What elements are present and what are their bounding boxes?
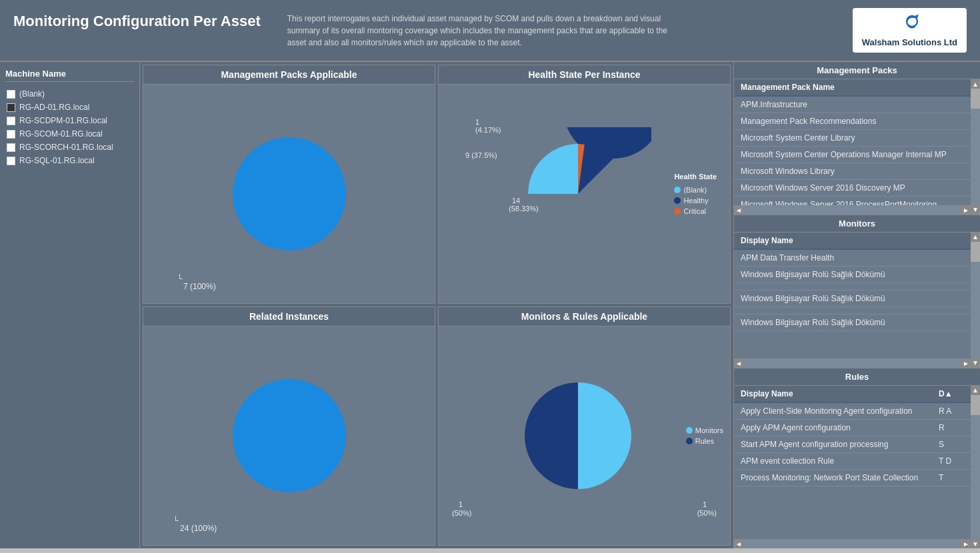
mp-h-scroll-right[interactable]: ► [961,205,971,215]
table-cell: APM event collection Rule [738,455,936,467]
rules-scroll-down[interactable]: ▼ [971,539,980,548]
panel-health-state-title: Health State Per Instance [439,65,730,85]
right-panel-mp-title: Management Packs [734,62,980,79]
rules-scrollbar[interactable]: ▲ ▼ [971,386,980,548]
table-row: Microsoft System Center Library [734,130,980,147]
panel-management-packs-title: Management Packs Applicable [143,65,435,85]
sidebar-item-label: RG-SCDPM-01.RG.local [19,116,107,125]
sidebar-checkbox[interactable] [7,90,15,99]
mp-table-header: Management Pack Name [734,79,980,97]
table-cell-2: R A [936,405,976,417]
rules-col-name: Display Name [738,388,936,400]
rules-h-scrollbar[interactable]: ◄ ► [734,539,971,548]
table-row: Microsoft System Center Operations Manag… [734,147,980,163]
table-cell-2: R [936,422,976,434]
table-cell: Microsoft Windows Server 2016 Discovery … [738,182,976,194]
table-row: Management Pack Recommendations [734,113,980,130]
rules-h-scroll-right[interactable]: ► [961,540,971,549]
legend-rules-dot [686,438,693,444]
rules-scroll-thumb[interactable] [971,395,980,415]
mp-scroll-track [971,89,980,205]
logo-box: Walsham Solutions Ltd [853,8,967,53]
sidebar-checkbox[interactable] [7,143,15,152]
panel-monitors-rules: Monitors & Rules Applicable 1 (50%) 1 (5… [438,306,731,546]
panel-monitors-rules-body: 1 (50%) 1 (50%) Monitors Rules [439,326,730,545]
panel-monitors-rules-title: Monitors & Rules Applicable [439,307,730,326]
monitors-h-scroll-right[interactable]: ► [961,358,971,368]
table-cell: Management Pack Recommendations [738,115,976,127]
rules-table-header: Display Name D▲ [734,386,980,403]
rules-scroll-up[interactable]: ▲ [971,386,980,395]
rules-h-scroll-left[interactable]: ◄ [734,540,743,549]
mp-scroll-down[interactable]: ▼ [971,205,980,215]
rules-table: Display Name D▲ Apply Client-Side Monito… [734,386,980,548]
panel-health-state: Health State Per Instance [438,65,731,304]
monitors-scroll-thumb[interactable] [971,242,980,262]
table-row: Windows Bilgisayar Rolü Sağlık Dökümü [734,290,980,307]
legend-healthy-dot [674,197,681,204]
rules-col2: D▲ [936,388,976,400]
monitors-table-rows: APM Data Transfer HealthWindows Bilgisay… [734,250,980,331]
sidebar-item-label: RG-SQL-01.RG.local [19,156,95,165]
sidebar-checkbox[interactable] [7,117,15,125]
legend-monitors: Monitors [686,426,723,434]
table-row: Start APM Agent configuration processing… [734,436,980,453]
sidebar-checkbox[interactable] [7,130,15,139]
sidebar-item[interactable]: (Blank) [5,87,134,101]
sidebar-item[interactable]: RG-SCOM-01.RG.local [5,127,134,141]
health-state-chart [518,127,651,261]
table-cell [738,309,976,312]
svg-point-2 [233,379,346,492]
legend-rules-label: Rules [695,437,714,445]
monitors-h-scrollbar[interactable]: ◄ ► [734,358,971,368]
mp-h-scroll-left[interactable]: ◄ [734,205,743,215]
main-content: Machine Name (Blank)RG-AD-01.RG.localRG-… [0,62,980,548]
panel-related-instances-title: Related Instances [143,307,435,326]
mp-h-scroll-track [743,205,961,215]
table-cell: APM Data Transfer Health [738,252,976,264]
table-cell: Apply Client-Side Monitoring Agent confi… [738,405,936,417]
table-cell: Apply APM Agent configuration [738,422,936,434]
legend-blank-dot [674,187,681,193]
right-panel-rules-title: Rules [734,368,980,386]
health-critical-pct: (4.17%) [475,126,501,134]
right-panel-rules: Rules Display Name D▲ Apply Client-Side … [734,368,980,548]
table-cell: Microsoft System Center Operations Manag… [738,149,976,161]
mp-scroll-up[interactable]: ▲ [971,79,980,89]
monitors-pct: (50%) [452,509,471,517]
mp-col-name: Management Pack Name [738,81,976,93]
mp-scrollbar[interactable]: ▲ ▼ [971,79,980,215]
sidebar-item-label: RG-AD-01.RG.local [19,103,89,112]
legend-critical-label: Critical [683,207,706,215]
sidebar-item-label: RG-SCOM-01.RG.local [19,129,103,139]
sidebar-item[interactable]: RG-AD-01.RG.local [5,101,134,114]
sidebar-item[interactable]: RG-SCORCH-01.RG.local [5,141,134,154]
rules-pct: (50%) [697,509,717,517]
legend-rules: Rules [686,437,723,445]
panel-health-state-body: 9 (37.5%) 1 (4.17%) 14 (58.33%) Health S… [439,85,730,303]
mp-scroll-thumb[interactable] [971,89,980,109]
right-panel-monitors-body: Display Name APM Data Transfer HealthWin… [734,233,980,368]
table-cell [738,285,976,288]
sidebar-checkbox[interactable] [7,157,15,165]
header-description: This report interrogates each individual… [287,13,687,49]
sidebar-checkbox[interactable] [7,103,15,112]
rules-label: 1 [703,500,707,508]
rules-scroll-track [971,395,980,539]
table-cell: Process Monitoring: Network Port State C… [738,472,936,484]
legend-healthy-label: Healthy [683,197,708,205]
monitors-col-name: Display Name [738,235,976,247]
monitors-h-scroll-left[interactable]: ◄ [734,358,743,368]
monitors-scroll-track [971,242,980,358]
monitors-scroll-down[interactable]: ▼ [971,358,980,368]
monitors-scrollbar[interactable]: ▲ ▼ [971,233,980,368]
monitors-scroll-up[interactable]: ▲ [971,233,980,242]
health-blank-label: 9 (37.5%) [465,151,497,159]
mp-h-scrollbar[interactable]: ◄ ► [734,205,971,215]
sidebar-item[interactable]: RG-SQL-01.RG.local [5,154,134,167]
sidebar-item[interactable]: RG-SCDPM-01.RG.local [5,114,134,127]
header: Monitoring Configuration Per Asset This … [0,0,980,62]
related-instances-chart [223,369,356,502]
monitors-table: Display Name APM Data Transfer HealthWin… [734,233,980,368]
machine-name-sidebar: Machine Name (Blank)RG-AD-01.RG.localRG-… [0,62,140,548]
